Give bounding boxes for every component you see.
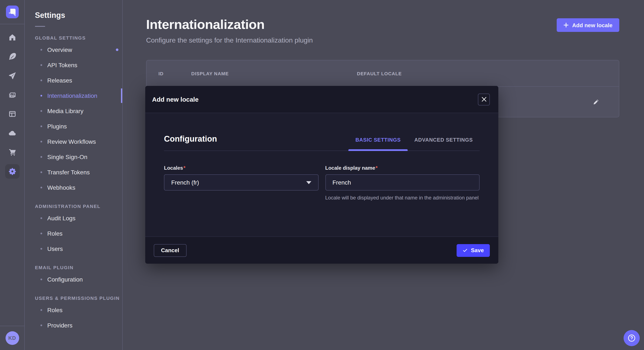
locales-field-group: Locales* French (fr)	[164, 165, 318, 201]
locales-select[interactable]: French (fr)	[164, 174, 318, 190]
modal-title: Add new locale	[152, 96, 198, 103]
chevron-down-icon	[306, 181, 311, 184]
modal-close-button[interactable]	[478, 93, 490, 105]
display-name-field-group: Locale display name* Locale will be disp…	[325, 165, 480, 201]
save-button[interactable]: Save	[456, 244, 490, 257]
close-icon	[482, 97, 486, 102]
strapi-admin: KD Settings GLOBAL SETTINGS Overview API…	[0, 0, 644, 350]
display-name-hint: Locale will be displayed under that name…	[325, 194, 480, 201]
display-name-label: Locale display name*	[325, 165, 480, 171]
required-asterisk: *	[183, 165, 185, 171]
modal-footer: Cancel Save	[145, 236, 498, 264]
locale-form: Locales* French (fr) Locale display name…	[164, 165, 480, 201]
cancel-button[interactable]: Cancel	[154, 244, 186, 257]
required-asterisk: *	[376, 165, 378, 171]
modal-header: Add new locale	[145, 86, 498, 113]
display-name-label-text: Locale display name	[325, 165, 375, 171]
add-locale-modal: Add new locale Configuration BASIC SETTI…	[145, 86, 498, 264]
modal-body: Configuration BASIC SETTINGS ADVANCED SE…	[145, 113, 498, 236]
settings-tabs: BASIC SETTINGS ADVANCED SETTINGS	[348, 137, 480, 151]
display-name-input[interactable]	[325, 174, 480, 190]
configuration-header-row: Configuration BASIC SETTINGS ADVANCED SE…	[164, 113, 480, 151]
screen: KD Settings GLOBAL SETTINGS Overview API…	[0, 0, 644, 350]
locales-select-value: French (fr)	[171, 179, 199, 186]
save-button-label: Save	[471, 247, 484, 253]
locales-label: Locales*	[164, 165, 318, 171]
locales-label-text: Locales	[164, 165, 183, 171]
tab-advanced-settings[interactable]: ADVANCED SETTINGS	[408, 137, 480, 151]
check-icon	[462, 248, 468, 253]
tab-basic-settings[interactable]: BASIC SETTINGS	[348, 137, 408, 151]
configuration-title: Configuration	[164, 134, 217, 151]
